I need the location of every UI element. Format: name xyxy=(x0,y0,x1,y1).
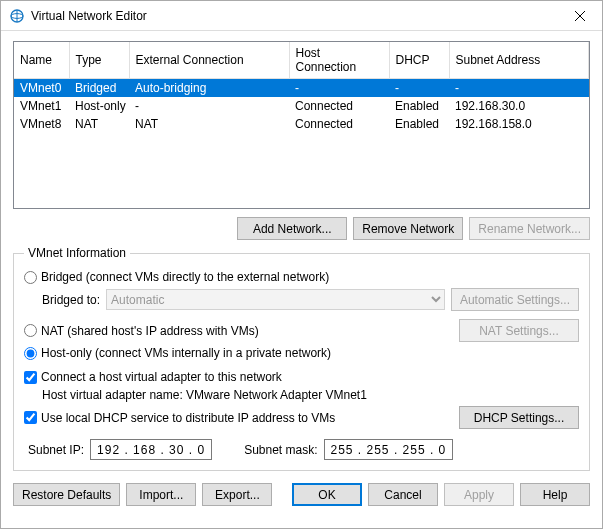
cell-type: Bridged xyxy=(69,79,129,98)
cell-name: VMnet1 xyxy=(14,97,69,115)
window-title: Virtual Network Editor xyxy=(31,9,557,23)
cell-subnet: - xyxy=(449,79,589,98)
subnet-mask-label: Subnet mask: xyxy=(244,443,317,457)
table-row[interactable]: VMnet8 NAT NAT Connected Enabled 192.168… xyxy=(14,115,589,133)
cell-host: - xyxy=(289,79,389,98)
ok-button[interactable]: OK xyxy=(292,483,362,506)
export-button[interactable]: Export... xyxy=(202,483,272,506)
check-dhcp-label: Use local DHCP service to distribute IP … xyxy=(41,411,335,425)
col-type[interactable]: Type xyxy=(69,42,129,79)
radio-hostonly[interactable]: Host-only (connect VMs internally in a p… xyxy=(24,346,331,360)
cell-ext: - xyxy=(129,97,289,115)
cell-type: NAT xyxy=(69,115,129,133)
check-host-adapter-label: Connect a host virtual adapter to this n… xyxy=(41,370,282,384)
cell-ext: NAT xyxy=(129,115,289,133)
col-dhcp[interactable]: DHCP xyxy=(389,42,449,79)
cell-dhcp: - xyxy=(389,79,449,98)
cell-subnet: 192.168.158.0 xyxy=(449,115,589,133)
vmnet-info-group: VMnet Information Bridged (connect VMs d… xyxy=(13,246,590,471)
table-row[interactable]: VMnet0 Bridged Auto-bridging - - - xyxy=(14,79,589,98)
radio-bridged[interactable]: Bridged (connect VMs directly to the ext… xyxy=(24,270,329,284)
check-host-adapter[interactable]: Connect a host virtual adapter to this n… xyxy=(24,370,282,384)
cell-ext: Auto-bridging xyxy=(129,79,289,98)
content-area: Name Type External Connection Host Conne… xyxy=(1,31,602,528)
radio-nat[interactable]: NAT (shared host's IP address with VMs) xyxy=(24,324,259,338)
host-adapter-name: Host virtual adapter name: VMware Networ… xyxy=(42,388,367,402)
help-button[interactable]: Help xyxy=(520,483,590,506)
bridged-to-label: Bridged to: xyxy=(42,293,100,307)
cell-host: Connected xyxy=(289,115,389,133)
subnet-ip-input[interactable]: 192 . 168 . 30 . 0 xyxy=(90,439,212,460)
col-name[interactable]: Name xyxy=(14,42,69,79)
automatic-settings-button: Automatic Settings... xyxy=(451,288,579,311)
add-network-button[interactable]: Add Network... xyxy=(237,217,347,240)
cell-name: VMnet0 xyxy=(14,79,69,98)
network-table[interactable]: Name Type External Connection Host Conne… xyxy=(13,41,590,209)
rename-network-button: Rename Network... xyxy=(469,217,590,240)
remove-network-button[interactable]: Remove Network xyxy=(353,217,463,240)
check-dhcp[interactable]: Use local DHCP service to distribute IP … xyxy=(24,411,335,425)
group-legend: VMnet Information xyxy=(24,246,130,260)
cell-type: Host-only xyxy=(69,97,129,115)
nat-settings-button: NAT Settings... xyxy=(459,319,579,342)
restore-defaults-button[interactable]: Restore Defaults xyxy=(13,483,120,506)
cell-host: Connected xyxy=(289,97,389,115)
dialog-window: Virtual Network Editor Name Type Externa… xyxy=(0,0,603,529)
col-external[interactable]: External Connection xyxy=(129,42,289,79)
titlebar: Virtual Network Editor xyxy=(1,1,602,31)
col-host[interactable]: Host Connection xyxy=(289,42,389,79)
dhcp-settings-button[interactable]: DHCP Settings... xyxy=(459,406,579,429)
cell-subnet: 192.168.30.0 xyxy=(449,97,589,115)
radio-bridged-label: Bridged (connect VMs directly to the ext… xyxy=(41,270,329,284)
cancel-button[interactable]: Cancel xyxy=(368,483,438,506)
close-button[interactable] xyxy=(557,1,602,31)
app-icon xyxy=(9,8,25,24)
col-subnet[interactable]: Subnet Address xyxy=(449,42,589,79)
table-row[interactable]: VMnet1 Host-only - Connected Enabled 192… xyxy=(14,97,589,115)
cell-dhcp: Enabled xyxy=(389,115,449,133)
bottom-button-row: Restore Defaults Import... Export... OK … xyxy=(13,483,590,506)
radio-nat-label: NAT (shared host's IP address with VMs) xyxy=(41,324,259,338)
network-button-row: Add Network... Remove Network Rename Net… xyxy=(13,217,590,240)
subnet-ip-label: Subnet IP: xyxy=(28,443,84,457)
cell-dhcp: Enabled xyxy=(389,97,449,115)
radio-hostonly-label: Host-only (connect VMs internally in a p… xyxy=(41,346,331,360)
apply-button: Apply xyxy=(444,483,514,506)
subnet-mask-input[interactable]: 255 . 255 . 255 . 0 xyxy=(324,439,454,460)
bridged-to-select: Automatic xyxy=(106,289,445,310)
cell-name: VMnet8 xyxy=(14,115,69,133)
import-button[interactable]: Import... xyxy=(126,483,196,506)
